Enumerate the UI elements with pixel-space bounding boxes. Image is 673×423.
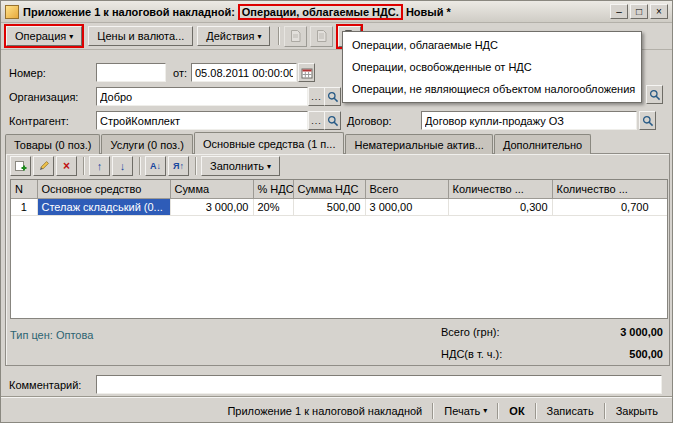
arrow-up-icon: ↑ bbox=[97, 160, 103, 172]
footer-bar: Приложение 1 к налоговой накладной Печат… bbox=[1, 396, 672, 423]
contract-input[interactable] bbox=[421, 111, 637, 130]
contractor-open-button[interactable] bbox=[324, 111, 341, 130]
document-icon bbox=[289, 29, 302, 43]
add-row-button[interactable] bbox=[10, 156, 31, 176]
close-window-button[interactable]: Закрыть bbox=[608, 403, 666, 419]
operation-button-label: Операция bbox=[15, 30, 66, 42]
date-label: от: bbox=[173, 67, 187, 79]
magnifier-icon bbox=[327, 91, 339, 103]
cell-quantity-2[interactable]: 0,700 bbox=[552, 198, 667, 215]
tab-goods[interactable]: Товары (0 поз.) bbox=[5, 134, 100, 154]
vat-total-label: НДС(в т. ч.): bbox=[441, 348, 502, 360]
sort-descending-icon: Я↑ bbox=[173, 161, 184, 171]
column-header-vat-percent: % НДС bbox=[253, 180, 293, 198]
contractor-input[interactable] bbox=[96, 111, 308, 130]
prices-currency-button[interactable]: Цены и валюта... bbox=[88, 26, 193, 46]
cell-sum[interactable]: 3 000,00 bbox=[170, 198, 253, 215]
assets-table-container: N Основное средство Сумма % НДС Сумма НД… bbox=[10, 179, 668, 319]
title-prefix: Приложение 1 к налоговой накладной: bbox=[23, 6, 235, 18]
print-button[interactable]: Печать ▾ bbox=[436, 403, 495, 419]
save-button[interactable]: Записать bbox=[539, 403, 602, 419]
tab-additional[interactable]: Дополнительно bbox=[494, 134, 591, 154]
tab-strip: Товары (0 поз.) Услуги (0 поз.) Основные… bbox=[5, 132, 592, 154]
cell-vat-sum[interactable]: 500,00 bbox=[293, 198, 365, 215]
contractor-label: Контрагент: bbox=[9, 115, 69, 127]
tab-fixed-assets[interactable]: Основные средства (1 п... bbox=[194, 132, 345, 154]
organization-choose-button[interactable]: ... bbox=[308, 87, 325, 106]
magnifier-icon bbox=[642, 115, 654, 127]
cell-row-number[interactable]: 1 bbox=[11, 198, 37, 215]
magnifier-icon bbox=[649, 89, 661, 101]
menu-item-non-taxable[interactable]: Операции, не являющиеся объектом налогоо… bbox=[343, 78, 641, 100]
total-label: Всего (грн): bbox=[441, 326, 500, 338]
app-icon bbox=[5, 5, 19, 19]
add-row-icon bbox=[14, 159, 28, 173]
delete-icon: × bbox=[63, 159, 70, 173]
move-up-button[interactable]: ↑ bbox=[89, 156, 110, 176]
price-type-value: Оптова bbox=[56, 329, 93, 341]
column-header-asset: Основное средство bbox=[37, 180, 170, 198]
price-type-link[interactable]: Тип цен: Оптова bbox=[10, 329, 93, 341]
cell-asset-selected[interactable]: Стелаж складський (0... bbox=[37, 198, 170, 215]
vat-total-row: НДС(в т. ч.): 500,00 bbox=[441, 348, 663, 360]
fill-button[interactable]: Заполнить ▾ bbox=[201, 156, 280, 176]
assets-table: N Основное средство Сумма % НДС Сумма НД… bbox=[11, 180, 668, 216]
column-header-vat-sum: Сумма НДС bbox=[293, 180, 365, 198]
chevron-down-icon: ▾ bbox=[257, 32, 261, 41]
footer-separator bbox=[432, 403, 434, 419]
footer-separator bbox=[535, 403, 537, 419]
calendar-button[interactable] bbox=[298, 63, 315, 82]
toolbar-separator bbox=[83, 157, 85, 175]
column-header-total: Всего bbox=[365, 180, 448, 198]
delete-row-button[interactable]: × bbox=[56, 156, 77, 176]
operation-menu-button[interactable]: Операция ▾ bbox=[6, 26, 82, 46]
edit-row-button[interactable] bbox=[33, 156, 54, 176]
tax-invoice-lookup-button[interactable] bbox=[646, 85, 663, 104]
toolbar-separator bbox=[278, 27, 280, 45]
sort-ascending-icon: А↓ bbox=[150, 161, 161, 171]
appendix-print-form-button[interactable]: Приложение 1 к налоговой накладной bbox=[219, 403, 430, 419]
move-down-button[interactable]: ↓ bbox=[112, 156, 133, 176]
sort-ascending-button[interactable]: А↓ bbox=[145, 156, 166, 176]
organization-input[interactable] bbox=[96, 87, 308, 106]
appendix-label: Приложение 1 к налоговой накладной bbox=[227, 405, 422, 417]
number-input[interactable] bbox=[96, 63, 166, 82]
total-value: 3 000,00 bbox=[620, 326, 663, 338]
contract-label: Договор: bbox=[347, 115, 392, 127]
arrow-down-icon: ↓ bbox=[120, 160, 126, 172]
footer-separator bbox=[604, 403, 606, 419]
prices-currency-label: Цены и валюта... bbox=[97, 30, 184, 42]
cell-total[interactable]: 3 000,00 bbox=[365, 198, 448, 215]
pencil-icon bbox=[37, 160, 50, 173]
contract-open-button[interactable] bbox=[639, 111, 656, 130]
fill-button-label: Заполнить bbox=[210, 160, 264, 172]
cell-quantity-1[interactable]: 0,300 bbox=[448, 198, 552, 215]
close-button[interactable]: × bbox=[650, 4, 668, 19]
column-header-quantity-2: Количество ... bbox=[552, 180, 667, 198]
contractor-choose-button[interactable]: ... bbox=[308, 111, 325, 130]
window-controls: – □ × bbox=[608, 4, 668, 19]
menu-item-exempt-vat[interactable]: Операции, освобожденные от НДС bbox=[343, 56, 641, 78]
actions-button[interactable]: Действия ▾ bbox=[197, 26, 270, 46]
sort-descending-button[interactable]: Я↑ bbox=[168, 156, 189, 176]
comment-input[interactable] bbox=[96, 375, 662, 394]
print-label: Печать bbox=[444, 405, 480, 417]
cell-vat-percent[interactable]: 20% bbox=[253, 198, 293, 215]
document-list-icon-button[interactable] bbox=[310, 26, 333, 47]
window-title: Приложение 1 к налоговой накладной:Опера… bbox=[23, 4, 451, 20]
organization-open-button[interactable] bbox=[324, 87, 341, 106]
maximize-button[interactable]: □ bbox=[630, 4, 648, 19]
column-header-quantity-1: Количество ... bbox=[448, 180, 552, 198]
menu-item-taxable-vat[interactable]: Операции, облагаемые НДС bbox=[343, 34, 641, 56]
ok-button[interactable]: ОК bbox=[501, 403, 532, 419]
table-row[interactable]: 1 Стелаж складський (0... 3 000,00 20% 5… bbox=[11, 198, 667, 215]
title-suffix: Новый * bbox=[406, 6, 451, 18]
minimize-button[interactable]: – bbox=[610, 4, 628, 19]
tab-intangible-assets[interactable]: Нематериальные актив... bbox=[345, 134, 492, 154]
date-input[interactable] bbox=[191, 63, 297, 82]
document-icon-button[interactable] bbox=[284, 26, 307, 47]
document-window: Приложение 1 к налоговой накладной:Опера… bbox=[0, 0, 673, 423]
chevron-down-icon: ▾ bbox=[267, 162, 271, 171]
actions-label: Действия bbox=[206, 30, 254, 42]
tab-services[interactable]: Услуги (0 поз.) bbox=[101, 134, 192, 154]
